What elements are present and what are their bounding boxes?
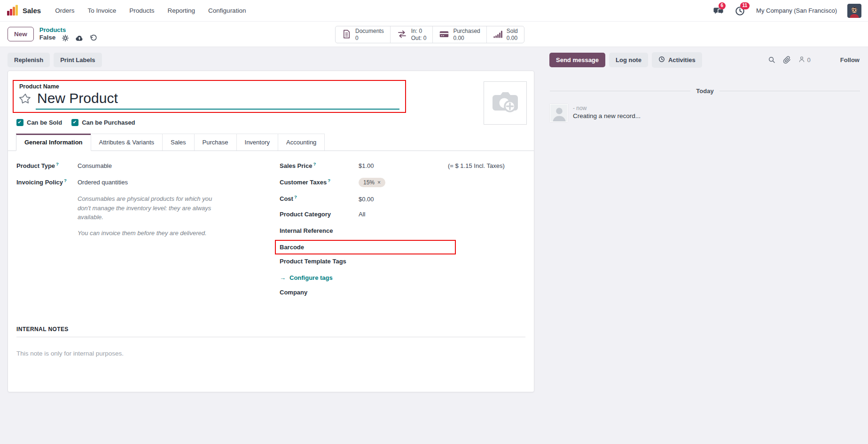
camera-plus-icon — [492, 91, 519, 116]
company-switcher[interactable]: My Company (San Francisco) — [756, 7, 837, 14]
followers-count: 0 — [807, 56, 811, 63]
stat-documents-label: Documents — [355, 28, 384, 35]
invoicing-policy-field: Invoicing Policy? Ordered quantities — [16, 178, 261, 187]
discard-undo-icon[interactable] — [90, 34, 97, 42]
product-type-value[interactable]: Consumable — [78, 162, 112, 169]
activities-button[interactable]: Activities — [652, 52, 702, 68]
app-switcher[interactable]: Sales — [7, 4, 41, 17]
messages-menu-button[interactable]: 6 — [713, 5, 724, 16]
credit-card-icon — [439, 29, 449, 40]
checkbox-checked-icon — [16, 119, 23, 126]
stat-sold-button[interactable]: Sold 0.00 — [486, 26, 524, 43]
attachment-paperclip-icon[interactable] — [783, 56, 791, 64]
activities-button-label: Activities — [668, 56, 696, 63]
help-icon: ? — [294, 194, 297, 199]
can-be-sold-checkbox[interactable]: Can be Sold — [16, 119, 62, 126]
configure-tags-link[interactable]: Configure tags — [289, 274, 333, 281]
tab-purchase[interactable]: Purchase — [194, 134, 237, 151]
tax-tag-remove-icon[interactable]: × — [377, 179, 381, 186]
can-be-purchased-checkbox[interactable]: Can be Purchased — [71, 119, 135, 126]
gear-icon[interactable] — [62, 34, 69, 42]
company-label: Company — [280, 289, 359, 296]
activities-menu-button[interactable]: 11 — [735, 5, 746, 16]
new-button[interactable]: New — [8, 27, 34, 41]
product-template-tags-field: Product Template Tags — [280, 258, 527, 267]
date-divider: Today — [550, 87, 860, 95]
invoicing-policy-value[interactable]: Ordered quantities — [78, 179, 128, 186]
message-text: Creating a new record... — [573, 112, 641, 119]
stat-sold-label: Sold — [507, 28, 518, 35]
stat-documents-button[interactable]: Documents 0 — [336, 26, 390, 43]
app-name: Sales — [23, 7, 41, 15]
customer-taxes-label: Customer Taxes? — [280, 178, 359, 186]
tab-inventory[interactable]: Inventory — [236, 134, 278, 151]
product-category-field: Product Category All — [280, 211, 527, 220]
product-type-label: Product Type? — [16, 161, 78, 169]
action-bar: Replenish Print Labels Send message Log … — [0, 52, 868, 68]
save-cloud-icon[interactable] — [75, 34, 84, 42]
product-name-input[interactable]: New Product — [36, 90, 399, 110]
tax-tag[interactable]: 15% × — [359, 178, 385, 187]
cost-value[interactable]: $0.00 — [359, 196, 374, 203]
messages-badge: 6 — [719, 2, 726, 9]
can-be-purchased-label: Can be Purchased — [82, 119, 135, 126]
send-message-button[interactable]: Send message — [549, 53, 605, 67]
company-field: Company — [280, 289, 527, 298]
favorite-star-icon[interactable] — [19, 93, 31, 106]
product-category-value[interactable]: All — [359, 211, 365, 218]
bar-chart-icon — [493, 29, 503, 40]
chat-bubbles-icon — [713, 11, 724, 18]
tab-sales[interactable]: Sales — [162, 134, 195, 151]
replenish-button[interactable]: Replenish — [8, 53, 50, 67]
followers-button[interactable]: 0 — [798, 56, 811, 64]
breadcrumb-products-link[interactable]: Products — [39, 26, 98, 34]
follow-button[interactable]: Follow — [840, 56, 860, 63]
internal-notes-input[interactable]: This note is only for internal purposes. — [16, 350, 525, 357]
message-avatar — [550, 104, 568, 122]
sales-price-value[interactable]: $1.00 — [359, 162, 448, 169]
barcode-label: Barcode — [280, 244, 359, 251]
stat-in-label: In: 0 — [411, 28, 427, 35]
tax-included-note: (= $ 1.15 Incl. Taxes) — [448, 162, 505, 169]
breadcrumb: Products False — [39, 26, 98, 42]
top-navbar: Sales Orders To Invoice Products Reporti… — [0, 0, 868, 22]
menu-products[interactable]: Products — [129, 7, 154, 14]
product-image-upload[interactable] — [484, 81, 527, 125]
stat-in-out-button[interactable]: In: 0 Out: 0 — [390, 26, 433, 43]
tab-accounting[interactable]: Accounting — [278, 134, 325, 151]
clock-icon — [735, 10, 745, 17]
stat-purchased-button[interactable]: Purchased 0.00 — [432, 26, 486, 43]
consumable-help-text: Consumables are physical products for wh… — [78, 194, 221, 238]
sales-price-label: Sales Price? — [280, 161, 359, 169]
arrow-right-icon: → — [280, 274, 286, 281]
menu-configuration[interactable]: Configuration — [208, 7, 246, 14]
barcode-field-highlight-box: Barcode — [275, 240, 456, 254]
tax-tag-value: 15% — [363, 179, 375, 186]
configure-tags-row: → Configure tags — [280, 274, 527, 281]
customer-taxes-field: Customer Taxes? 15% × — [280, 178, 527, 187]
product-template-tags-label: Product Template Tags — [280, 258, 359, 265]
log-note-button[interactable]: Log note — [609, 53, 648, 67]
menu-reporting[interactable]: Reporting — [168, 7, 195, 14]
chatter-message: - now Creating a new record... — [550, 104, 860, 122]
internal-reference-field: Internal Reference — [280, 227, 527, 237]
tab-attributes-variants[interactable]: Attributes & Variants — [91, 134, 163, 151]
print-labels-button[interactable]: Print Labels — [54, 53, 102, 67]
menu-orders[interactable]: Orders — [55, 7, 74, 14]
checkbox-checked-icon — [71, 119, 78, 126]
internal-notes-section: INTERNAL NOTES This note is only for int… — [16, 326, 525, 357]
sale-purchase-checkboxes: Can be Sold Can be Purchased — [16, 119, 534, 126]
stat-out-label: Out: 0 — [411, 35, 427, 42]
product-name-highlight-box: Product Name New Product — [13, 80, 406, 113]
stat-purchased-value: 0.00 — [453, 35, 480, 42]
product-category-label: Product Category — [280, 211, 359, 218]
search-message-icon[interactable] — [768, 56, 776, 64]
help-icon: ? — [56, 161, 59, 166]
date-divider-label: Today — [696, 87, 713, 95]
tab-general-information[interactable]: General Information — [16, 134, 91, 151]
user-avatar[interactable] — [847, 4, 861, 18]
control-panel: New Products False — [0, 22, 868, 47]
sales-price-field: Sales Price? $1.00 (= $ 1.15 Incl. Taxes… — [280, 161, 527, 171]
help-icon: ? — [64, 178, 67, 183]
menu-to-invoice[interactable]: To Invoice — [87, 7, 116, 14]
